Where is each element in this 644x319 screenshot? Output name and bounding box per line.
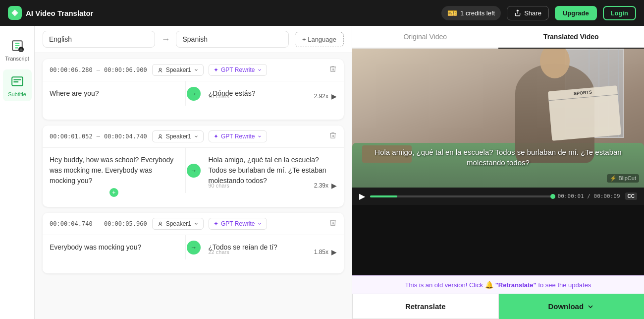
svg-point-6	[159, 134, 161, 136]
transcript-label: Transcript	[5, 56, 29, 62]
speaker-label: Speaker1	[166, 133, 191, 140]
segment-footer: 22 chars 1.85x ▶	[202, 245, 344, 259]
sidebar-item-subtitle[interactable]: Subtitle	[3, 69, 32, 101]
translate-arrow-icon: →	[187, 241, 201, 255]
segment-target[interactable]: ¿Todos se reían de tí? 22 chars 1.85x ▶	[202, 235, 344, 259]
segment-source[interactable]: Hey buddy, how was school? Everybody was…	[43, 148, 186, 193]
newspaper: SPORTS	[548, 85, 621, 141]
char-count: 13 chars	[209, 92, 229, 101]
speaker-button[interactable]: Speaker1	[152, 218, 204, 230]
tab-translated-video[interactable]: Translated Video	[498, 26, 644, 49]
speaker-button[interactable]: Speaker1	[152, 130, 204, 142]
delete-segment-button[interactable]	[329, 219, 337, 229]
speaker-icon	[157, 133, 163, 140]
time-range: 00:00:06.280 — 00:00:06.900	[50, 66, 147, 73]
cc-button[interactable]: CC	[625, 192, 637, 200]
credits-label: 1 credits left	[460, 9, 495, 17]
play-segment-button[interactable]: ▶	[331, 182, 337, 190]
bell-icon: 🔔	[485, 281, 495, 289]
segment-target[interactable]: Hola amigo, ¿qué tal en la escuela? Todo…	[202, 148, 344, 193]
source-lang-input[interactable]	[43, 31, 155, 48]
upgrade-label: Upgrade	[563, 9, 589, 17]
segment-footer: 90 chars 2.39x ▶	[202, 178, 344, 193]
translate-arrow-button[interactable]: →	[186, 81, 202, 106]
time-end: 00:00:05.960	[104, 220, 147, 227]
speed-value: 2.92x	[314, 92, 328, 101]
retranslate-notice: This is an old version! Click 🔔 "Retrans…	[352, 275, 644, 294]
sidebar: ✦ Transcript Subtitle	[0, 26, 35, 319]
add-segment-button[interactable]: +	[109, 188, 118, 197]
segment-card: 00:00:06.280 — 00:00:06.900 Speaker1 ✦ G…	[43, 59, 344, 120]
sidebar-item-transcript[interactable]: ✦ Transcript	[3, 34, 32, 65]
segment-header: 00:00:04.740 — 00:00:05.960 Speaker1 ✦ G…	[43, 213, 344, 235]
time-dash: —	[97, 66, 100, 73]
translate-arrow-button[interactable]: →	[186, 235, 202, 259]
right-panel: Original Video Translated Video	[352, 26, 644, 319]
translate-arrow-icon: →	[187, 87, 201, 101]
share-button[interactable]: Share	[507, 6, 549, 20]
topbar: AI Video Translator 🎫 1 credits left Sha…	[0, 0, 644, 26]
source-text: Everybody was mocking you?	[50, 243, 141, 251]
chevron-down-icon	[257, 134, 262, 139]
share-label: Share	[524, 9, 541, 17]
app-logo: AI Video Translator	[8, 6, 93, 20]
trash-icon	[329, 65, 337, 73]
add-language-button[interactable]: + Language	[295, 32, 344, 47]
segment-source[interactable]: Everybody was mocking you?	[43, 235, 186, 259]
time-display: 00:00:01 / 00:00:09	[558, 193, 620, 199]
segment-target[interactable]: ¿Dónde estás? 13 chars 2.92x ▶	[202, 81, 344, 106]
time-dash: —	[97, 220, 100, 227]
svg-point-7	[159, 222, 161, 224]
char-count: 22 chars	[209, 248, 229, 256]
tab-translated-label: Translated Video	[543, 33, 599, 41]
segment-footer: 13 chars 2.92x ▶	[202, 89, 344, 106]
chevron-down-icon	[194, 67, 199, 72]
svg-text:✦: ✦	[19, 48, 23, 52]
speaker-icon	[157, 67, 163, 73]
notice-prefix: This is an old version! Click	[405, 281, 483, 289]
delete-segment-button[interactable]	[329, 131, 337, 141]
time-start: 00:00:04.740	[50, 220, 93, 227]
subtitle-label: Subtitle	[8, 91, 26, 97]
progress-dot	[550, 194, 555, 199]
chevron-down-icon	[257, 221, 262, 226]
video-tabs: Original Video Translated Video	[352, 26, 644, 49]
segment-card: 00:00:04.740 — 00:00:05.960 Speaker1 ✦ G…	[43, 213, 344, 273]
retranslate-button[interactable]: Retranslate	[352, 294, 499, 319]
video-play-button[interactable]: ▶	[359, 191, 365, 201]
speed-value: 2.39x	[314, 181, 328, 190]
retranslate-btn-label: Retranslate	[405, 302, 446, 311]
gpt-rewrite-button[interactable]: ✦ GPT Rewrite	[209, 130, 267, 142]
download-button[interactable]: Download	[499, 294, 644, 319]
speed-info: 1.85x ▶	[314, 248, 337, 256]
video-controls: ▶ 00:00:01 / 00:00:09 CC	[352, 188, 644, 205]
translate-arrow-button[interactable]: →	[186, 148, 202, 193]
login-button[interactable]: Login	[603, 6, 636, 20]
trash-icon	[329, 131, 337, 139]
target-lang-input[interactable]	[176, 31, 288, 48]
translate-arrow-icon: →	[187, 164, 201, 178]
tab-original-video[interactable]: Original Video	[352, 26, 498, 49]
segment-source[interactable]: Where are you?	[43, 81, 186, 106]
chevron-down-icon	[587, 303, 594, 311]
gpt-rewrite-button[interactable]: ✦ GPT Rewrite	[209, 64, 267, 76]
trash-icon	[329, 219, 337, 227]
main-layout: ✦ Transcript Subtitle → + Language	[0, 26, 644, 319]
gpt-rewrite-button[interactable]: ✦ GPT Rewrite	[209, 218, 267, 230]
time-dash: —	[97, 133, 100, 140]
progress-bar[interactable]	[370, 195, 553, 197]
speaker-button[interactable]: Speaker1	[152, 64, 204, 76]
play-segment-button[interactable]: ▶	[331, 248, 337, 256]
chevron-down-icon	[257, 67, 262, 72]
upgrade-button[interactable]: Upgrade	[555, 6, 597, 20]
time-total: 00:00:09	[594, 193, 620, 199]
speaker-label: Speaker1	[166, 66, 191, 73]
delete-segment-button[interactable]	[329, 65, 337, 75]
time-start: 00:00:01.052	[50, 133, 93, 140]
segment-body: Where are you? → ¿Dónde estás? 13 chars …	[43, 81, 344, 106]
notice-suffix: to see the updates	[538, 281, 591, 289]
play-segment-button[interactable]: ▶	[331, 92, 337, 100]
watermark: ⚡ BlipCut	[607, 174, 639, 183]
retranslate-link[interactable]: "Retranslate"	[495, 281, 537, 289]
subtitle-icon	[9, 73, 25, 89]
